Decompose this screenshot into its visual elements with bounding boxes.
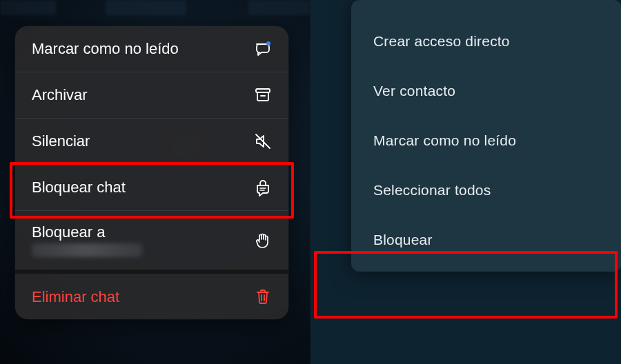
- menu-item-label-text: Bloquear a: [32, 223, 105, 241]
- menu-item-block[interactable]: Bloquear: [351, 215, 621, 265]
- menu-item-label: Bloquear: [373, 232, 433, 248]
- lock-chat-icon: [253, 177, 273, 198]
- menu-item-label: Bloquear chat: [32, 179, 253, 196]
- svg-point-0: [266, 41, 270, 46]
- trash-icon: [253, 286, 273, 307]
- archive-icon: [253, 85, 273, 105]
- menu-item-label: Bloquear a: [32, 223, 253, 257]
- menu-item-label: Eliminar chat: [32, 288, 253, 305]
- menu-item-delete-chat[interactable]: Eliminar chat: [15, 274, 288, 319]
- mute-icon: [253, 131, 273, 152]
- ios-context-menu: Marcar como no leído Archivar Silenciar …: [15, 26, 288, 319]
- menu-item-archive[interactable]: Archivar: [15, 72, 288, 119]
- menu-item-mark-unread[interactable]: Marcar como no leído: [351, 116, 621, 165]
- android-screenshot-pane: Crear acceso directo Ver contacto Marcar…: [310, 0, 621, 364]
- menu-item-label: Seleccionar todos: [373, 182, 491, 199]
- menu-item-label: Archivar: [32, 86, 253, 103]
- menu-item-mute[interactable]: Silenciar: [15, 119, 288, 165]
- menu-item-create-shortcut[interactable]: Crear acceso directo: [351, 17, 621, 66]
- menu-item-select-all[interactable]: Seleccionar todos: [351, 165, 621, 215]
- menu-item-label: Ver contacto: [373, 83, 455, 99]
- menu-item-label: Marcar como no leído: [32, 40, 253, 57]
- menu-item-lock-chat[interactable]: Bloquear chat: [15, 165, 288, 211]
- menu-item-block-contact[interactable]: Bloquear a: [15, 211, 288, 274]
- ios-screenshot-pane: Marcar como no leído Archivar Silenciar …: [0, 0, 310, 364]
- menu-item-mark-unread[interactable]: Marcar como no leído: [15, 26, 288, 72]
- svg-rect-1: [256, 89, 270, 92]
- android-popup-menu: Crear acceso directo Ver contacto Marcar…: [351, 0, 621, 272]
- block-hand-icon: [253, 230, 273, 251]
- unread-icon: [253, 39, 273, 59]
- menu-item-label: Crear acceso directo: [373, 33, 510, 50]
- menu-item-label: Silenciar: [32, 132, 253, 150]
- redacted-contact-name: [32, 243, 142, 257]
- menu-item-view-contact[interactable]: Ver contacto: [351, 66, 621, 116]
- menu-item-label: Marcar como no leído: [373, 132, 516, 149]
